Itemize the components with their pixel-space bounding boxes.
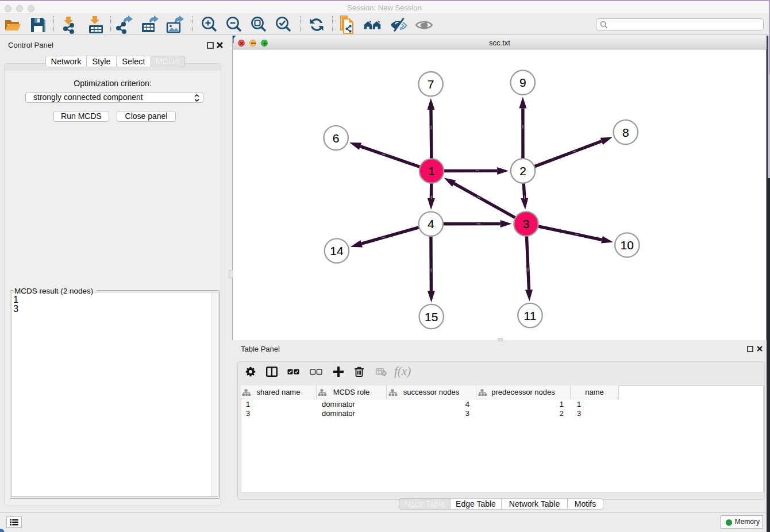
svg-text:11: 11 (524, 309, 537, 322)
svg-text:3: 3 (523, 217, 530, 230)
svg-text:15: 15 (425, 310, 438, 323)
svg-text:7: 7 (428, 78, 434, 91)
svg-text:2: 2 (519, 164, 526, 178)
svg-text:4: 4 (428, 217, 434, 230)
svg-text:9: 9 (519, 76, 526, 89)
svg-text:1: 1 (428, 164, 435, 178)
svg-text:10: 10 (621, 238, 634, 252)
svg-text:6: 6 (333, 132, 340, 145)
svg-text:14: 14 (330, 244, 344, 257)
svg-text:8: 8 (622, 126, 629, 139)
